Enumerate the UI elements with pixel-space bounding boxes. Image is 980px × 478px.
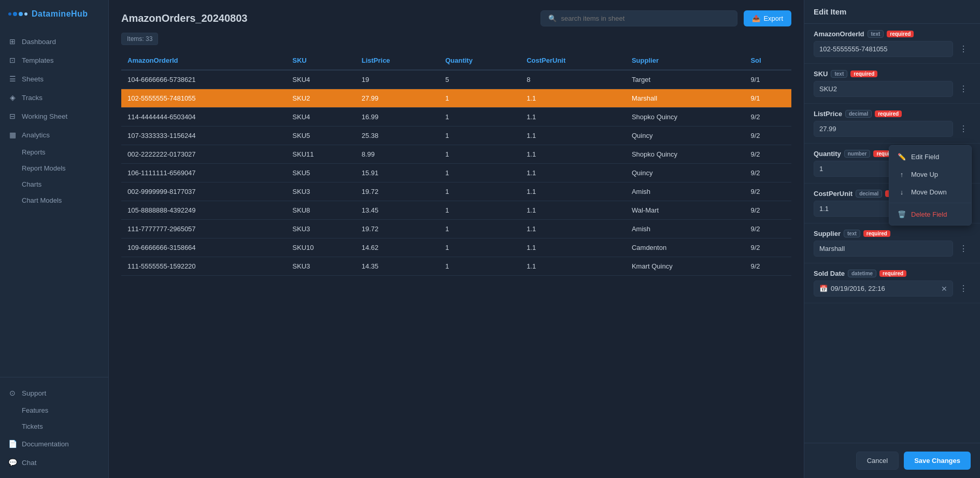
- sold-date-input[interactable]: [831, 281, 941, 296]
- table-row[interactable]: 106-1111111-6569047 SKU5 15.91 1 1.1 Qui…: [121, 164, 791, 182]
- field-label-row: Supplier text required: [814, 230, 971, 237]
- cell-cost-per-unit: 1.1: [520, 126, 626, 145]
- context-menu-move-down[interactable]: ↓ Move Down: [889, 183, 971, 201]
- data-table: AmazonOrderId SKU ListPrice Quantity Cos…: [121, 51, 791, 276]
- col-sku[interactable]: SKU: [286, 51, 355, 70]
- sidebar-item-chat[interactable]: 💬 Chat: [0, 453, 108, 472]
- sidebar-item-documentation[interactable]: 📄 Documentation: [0, 434, 108, 453]
- save-button[interactable]: Save Changes: [904, 452, 971, 470]
- move-up-icon: ↑: [898, 170, 906, 178]
- col-amazon-order-id[interactable]: AmazonOrderId: [121, 51, 286, 70]
- chart-models-label: Chart Models: [22, 196, 62, 204]
- field-name: SKU: [814, 70, 828, 78]
- sidebar-item-sheets[interactable]: ☰ Sheets: [0, 69, 108, 88]
- logo-icon: [8, 12, 27, 16]
- cell-amazon-order-id: 105-8888888-4392249: [121, 201, 286, 220]
- table-row[interactable]: 102-5555555-7481055 SKU2 27.99 1 1.1 Mar…: [121, 89, 791, 108]
- sidebar-item-analytics[interactable]: ▦ Analytics: [0, 125, 108, 144]
- cell-cost-per-unit: 1.1: [520, 145, 626, 164]
- col-cost-per-unit[interactable]: CostPerUnit: [520, 51, 626, 70]
- table-row[interactable]: 111-5555555-1592220 SKU3 14.35 1 1.1 Kma…: [121, 257, 791, 276]
- cell-amazon-order-id: 102-5555555-7481055: [121, 89, 286, 108]
- field-label-row: SKU text required: [814, 70, 971, 78]
- cell-supplier: Marshall: [626, 89, 745, 108]
- cell-cost-per-unit: 1.1: [520, 201, 626, 220]
- main-content: AmazonOrders_20240803 🔍 📤 Export Items: …: [109, 0, 804, 478]
- cell-quantity: 1: [439, 257, 520, 276]
- logo[interactable]: DatamineHub: [0, 0, 108, 28]
- cell-cost-per-unit: 1.1: [520, 220, 626, 238]
- panel-title: Edit Item: [804, 0, 980, 24]
- context-menu-move-up[interactable]: ↑ Move Up: [889, 165, 971, 183]
- cell-list-price: 19: [356, 70, 439, 89]
- cell-cost-per-unit: 1.1: [520, 238, 626, 257]
- table-row[interactable]: 105-8888888-4392249 SKU8 13.45 1 1.1 Wal…: [121, 201, 791, 220]
- main-header: AmazonOrders_20240803 🔍 📤 Export: [109, 0, 804, 33]
- sidebar-item-tracks[interactable]: ◈ Tracks: [0, 88, 108, 107]
- table-row[interactable]: 104-6666666-5738621 SKU4 19 5 8 Target 9…: [121, 70, 791, 89]
- sidebar-item-features[interactable]: Features: [0, 402, 108, 418]
- table-row[interactable]: 109-6666666-3158664 SKU10 14.62 1 1.1 Ca…: [121, 238, 791, 257]
- sidebar-item-chart-models[interactable]: Chart Models: [0, 192, 108, 208]
- field-supplier: Supplier text required ⋮: [804, 223, 980, 263]
- cell-list-price: 14.35: [356, 257, 439, 276]
- list-price-input[interactable]: [814, 121, 953, 137]
- col-sol[interactable]: Sol: [744, 51, 791, 70]
- sidebar-item-report-models[interactable]: Report Models: [0, 160, 108, 176]
- field-menu-button[interactable]: ⋮: [956, 82, 971, 96]
- cell-amazon-order-id: 106-1111111-6569047: [121, 164, 286, 182]
- sidebar-nav: ⊞ Dashboard ⊡ Templates ☰ Sheets ◈ Track…: [0, 28, 108, 377]
- field-input-row: ⋮: [814, 81, 971, 97]
- move-up-label: Move Up: [911, 171, 938, 178]
- field-required-badge: required: [850, 71, 877, 77]
- reports-label: Reports: [22, 148, 46, 156]
- table-row[interactable]: 111-7777777-2965057 SKU3 19.72 1 1.1 Ami…: [121, 220, 791, 238]
- sidebar-item-tickets[interactable]: Tickets: [0, 418, 108, 434]
- context-menu-delete-field[interactable]: 🗑️ Delete Field: [889, 205, 971, 223]
- cell-sold: 9/2: [744, 238, 791, 257]
- amazon-order-id-input[interactable]: [814, 41, 953, 57]
- sidebar-item-dashboard[interactable]: ⊞ Dashboard: [0, 32, 108, 51]
- working-sheet-icon: ⊟: [8, 112, 17, 120]
- sidebar-item-charts[interactable]: Charts: [0, 176, 108, 192]
- sku-input[interactable]: [814, 81, 953, 97]
- field-menu-button[interactable]: ⋮: [956, 242, 971, 256]
- export-icon: 📤: [752, 15, 760, 22]
- sidebar-item-support[interactable]: ⊙ Support: [0, 384, 108, 402]
- col-list-price[interactable]: ListPrice: [356, 51, 439, 70]
- supplier-input[interactable]: [814, 241, 953, 257]
- templates-icon: ⊡: [8, 56, 17, 64]
- cell-supplier: Camdenton: [626, 238, 745, 257]
- field-input-row: ⋮: [814, 121, 971, 137]
- datetime-clear-button[interactable]: ✕: [941, 285, 947, 293]
- field-menu-button[interactable]: ⋮: [956, 122, 971, 136]
- col-quantity[interactable]: Quantity: [439, 51, 520, 70]
- col-supplier[interactable]: Supplier: [626, 51, 745, 70]
- field-menu-button[interactable]: ⋮: [956, 42, 971, 56]
- sidebar-item-templates[interactable]: ⊡ Templates: [0, 51, 108, 69]
- cell-quantity: 1: [439, 201, 520, 220]
- field-name: CostPerUnit: [814, 190, 853, 198]
- context-menu-edit-field[interactable]: ✏️ Edit Field: [889, 148, 971, 165]
- table-row[interactable]: 002-9999999-8177037 SKU3 19.72 1 1.1 Ami…: [121, 182, 791, 201]
- field-type-badge: text: [868, 30, 884, 38]
- sidebar-item-reports[interactable]: Reports: [0, 144, 108, 160]
- cell-sku: SKU2: [286, 89, 355, 108]
- cell-sold: 9/1: [744, 70, 791, 89]
- field-menu-button[interactable]: ⋮: [956, 282, 971, 296]
- table-row[interactable]: 002-2222222-0173027 SKU11 8.99 1 1.1 Sho…: [121, 145, 791, 164]
- table-row[interactable]: 107-3333333-1156244 SKU5 25.38 1 1.1 Qui…: [121, 126, 791, 145]
- search-input[interactable]: [561, 15, 730, 22]
- field-amazon-order-id: AmazonOrderId text required ⋮: [804, 24, 980, 64]
- items-badge: Items: 33: [121, 33, 158, 45]
- sidebar-item-label: Tracks: [22, 94, 42, 102]
- export-button[interactable]: 📤 Export: [744, 10, 791, 26]
- sidebar-item-working-sheet[interactable]: ⊟ Working Sheet: [0, 107, 108, 125]
- cell-list-price: 14.62: [356, 238, 439, 257]
- cell-cost-per-unit: 8: [520, 70, 626, 89]
- field-type-badge: text: [831, 70, 847, 78]
- cancel-button[interactable]: Cancel: [856, 452, 899, 470]
- table-row[interactable]: 114-4444444-6503404 SKU4 16.99 1 1.1 Sho…: [121, 108, 791, 126]
- support-label: Support: [22, 389, 46, 397]
- chat-icon: 💬: [8, 458, 17, 467]
